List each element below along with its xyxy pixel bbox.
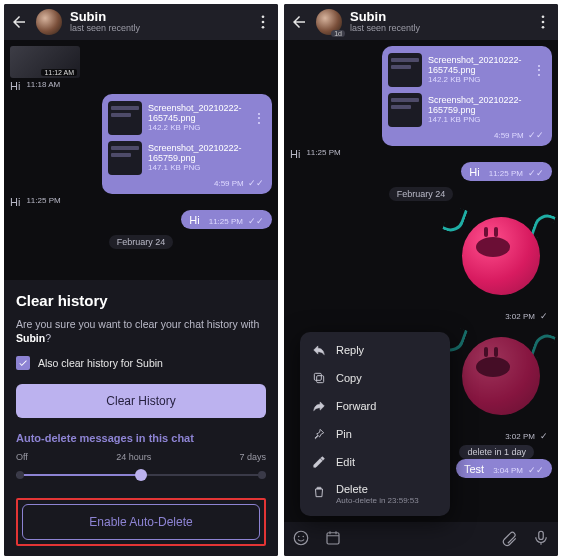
chat-header: 1d Subin last seen recently <box>284 4 558 40</box>
attachment-bubble[interactable]: Screenshot_20210222-165745.png 142.2 KB … <box>382 46 552 146</box>
read-ticks-icon: ✓✓ <box>528 465 544 475</box>
msg-time: 11:25 PM <box>209 217 243 226</box>
svg-point-4 <box>542 21 545 24</box>
attachment-more-icon[interactable]: ⋮ <box>252 110 266 126</box>
attachment-size: 147.1 KB PNG <box>148 163 266 172</box>
sticker-time: 3:02 PM <box>505 312 535 321</box>
attachment-item[interactable]: Screenshot_20210222-165759.png 147.1 KB … <box>386 90 548 130</box>
phone-left: Subin last seen recently 11:12 AM Hi 11:… <box>4 4 278 556</box>
checkbox-checked-icon[interactable] <box>16 356 30 370</box>
menu-forward[interactable]: Forward <box>300 392 450 420</box>
attachment-thumb-icon <box>108 101 142 135</box>
avatar-wrap[interactable]: 1d <box>316 9 342 35</box>
msg-time: 11:25 PM <box>489 169 523 178</box>
svg-point-1 <box>262 21 265 24</box>
chat-name: Subin <box>70 10 140 24</box>
sticker-sweat-icon[interactable] <box>442 325 552 425</box>
schedule-icon[interactable] <box>324 529 342 549</box>
msg-text: Hi <box>189 214 199 226</box>
mic-icon[interactable] <box>532 529 550 549</box>
sticker-sweat-icon[interactable] <box>442 205 552 305</box>
phone-right: 1d Subin last seen recently Screenshot_2… <box>284 4 558 556</box>
svg-rect-6 <box>317 376 324 383</box>
attachment-name: Screenshot_20210222-165759.png <box>148 144 266 164</box>
bubble-out[interactable]: Hi 11:25 PM ✓✓ <box>181 210 272 229</box>
menu-edit[interactable]: Edit <box>300 448 450 476</box>
attachment-more-icon[interactable]: ⋮ <box>532 62 546 78</box>
svg-point-5 <box>542 26 545 29</box>
sticker-time: 3:02 PM <box>505 432 535 441</box>
menu-delete[interactable]: Delete Auto-delete in 23:59:53 <box>300 476 450 512</box>
chat-title-block[interactable]: Subin last seen recently <box>70 10 140 34</box>
attachment-name: Screenshot_20210222-165759.png <box>428 96 546 116</box>
message-row: Hi 11:18 AM <box>10 80 272 92</box>
svg-point-8 <box>294 531 308 545</box>
message-input-bar <box>284 522 558 556</box>
checkbox-label: Also clear history for Subin <box>38 357 163 369</box>
chat-status: last seen recently <box>350 24 420 34</box>
slider-handle[interactable] <box>135 469 147 481</box>
thumb-time: 11:12 AM <box>41 69 77 76</box>
svg-point-2 <box>262 26 265 29</box>
back-arrow-icon[interactable] <box>290 13 308 31</box>
chat-name: Subin <box>350 10 420 24</box>
sent-tick-icon: ✓ <box>540 431 548 441</box>
svg-rect-7 <box>314 373 321 380</box>
date-chip: February 24 <box>290 187 552 199</box>
attachment-item[interactable]: Screenshot_20210222-165759.png 147.1 KB … <box>106 138 268 178</box>
attachment-thumb-icon <box>108 141 142 175</box>
attachment-name: Screenshot_20210222-165745.png <box>428 56 526 76</box>
auto-delete-header: Auto-delete messages in this chat <box>16 432 266 444</box>
emoji-icon[interactable] <box>292 529 310 549</box>
msg-time: 11:18 AM <box>26 80 60 92</box>
message-row: Hi 11:25 PM <box>10 196 272 208</box>
also-clear-checkbox-row[interactable]: Also clear history for Subin <box>16 356 266 370</box>
attach-icon[interactable] <box>500 529 518 549</box>
msg-text: Hi <box>469 166 479 178</box>
chat-status: last seen recently <box>70 24 140 34</box>
auto-delete-slider[interactable] <box>16 466 266 484</box>
msg-time: 11:25 PM <box>26 196 60 208</box>
attachment-item[interactable]: Screenshot_20210222-165745.png 142.2 KB … <box>386 50 548 90</box>
auto-delete-badge: 1d <box>331 30 345 37</box>
chat-title-block[interactable]: Subin last seen recently <box>350 10 420 34</box>
clear-history-button[interactable]: Clear History <box>16 384 266 418</box>
back-arrow-icon[interactable] <box>10 13 28 31</box>
sticker-row <box>290 205 552 305</box>
attachment-size: 142.2 KB PNG <box>428 75 526 84</box>
attachment-time: 4:59 PM ✓✓ <box>106 178 268 190</box>
message-row: Hi 11:25 PM <box>290 148 552 160</box>
menu-pin[interactable]: Pin <box>300 420 450 448</box>
more-vert-icon[interactable] <box>534 13 552 31</box>
avatar[interactable] <box>36 9 62 35</box>
menu-reply[interactable]: Reply <box>300 336 450 364</box>
attachment-item[interactable]: Screenshot_20210222-165745.png 142.2 KB … <box>106 98 268 138</box>
attachment-thumb-icon <box>388 53 422 87</box>
date-chip: February 24 <box>10 235 272 247</box>
sent-tick-icon: ✓ <box>540 311 548 321</box>
attachment-name: Screenshot_20210222-165745.png <box>148 104 246 124</box>
attachment-thumb-icon <box>388 93 422 127</box>
msg-time: 3:04 PM <box>493 466 523 475</box>
msg-text: Hi <box>290 148 300 160</box>
menu-copy[interactable]: Copy <box>300 364 450 392</box>
svg-rect-11 <box>327 533 339 544</box>
attachment-row: Screenshot_20210222-165745.png 142.2 KB … <box>290 46 552 146</box>
attachment-size: 147.1 KB PNG <box>428 115 546 124</box>
svg-rect-12 <box>539 531 544 539</box>
attachment-bubble[interactable]: Screenshot_20210222-165745.png 142.2 KB … <box>102 94 272 194</box>
bubble-out[interactable]: Hi 11:25 PM ✓✓ <box>461 162 552 181</box>
bubble-out[interactable]: Test 3:04 PM ✓✓ <box>456 459 552 478</box>
image-thumbnail[interactable]: 11:12 AM <box>10 46 80 78</box>
enable-auto-delete-button[interactable]: Enable Auto-Delete <box>22 504 260 540</box>
more-vert-icon[interactable] <box>254 13 272 31</box>
svg-point-3 <box>542 15 545 18</box>
clear-history-sheet: Clear history Are you sure you want to c… <box>4 280 278 556</box>
msg-text: Hi <box>10 80 20 92</box>
sheet-title: Clear history <box>16 292 266 309</box>
msg-time: 11:25 PM <box>306 148 340 160</box>
message-context-menu: Reply Copy Forward Pin Edit Delete Auto-… <box>300 332 450 516</box>
chat-header: Subin last seen recently <box>4 4 278 40</box>
message-row: Hi 11:25 PM ✓✓ <box>10 210 272 229</box>
message-row: Hi 11:25 PM ✓✓ <box>290 162 552 181</box>
